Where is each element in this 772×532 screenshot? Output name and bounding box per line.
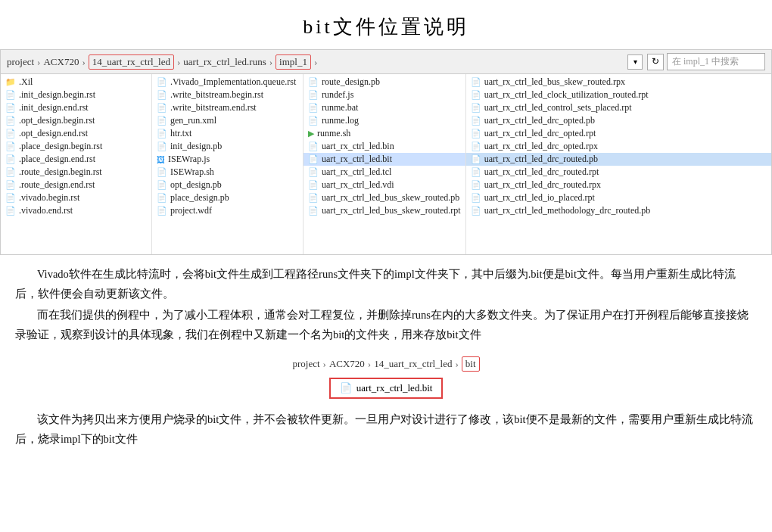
list-item[interactable]: 📄 uart_rx_ctrl_led_io_placed.rpt [466, 191, 771, 204]
search-box[interactable]: 在 impl_1 中搜索 [667, 53, 765, 70]
bit-file-box[interactable]: 📄 uart_rx_ctrl_led.bit [329, 378, 444, 399]
doc-icon: 📄 [471, 77, 481, 87]
file-name: runme.log [322, 115, 359, 126]
list-item[interactable]: 📄 htr.txt [152, 127, 303, 140]
list-item[interactable]: 📄 .Vivado_Implementation.queue.rst [152, 76, 303, 89]
list-item-bit-selected[interactable]: 📄 uart_rx_ctrl_led.bit [304, 153, 465, 166]
list-item[interactable]: 📄 uart_rx_ctrl_led_bus_skew_routed.rpx [466, 76, 771, 89]
list-item[interactable]: 📄 .write_bitstream.begin.rst [152, 89, 303, 101]
list-item[interactable]: 📄 .vivado.end.rst [1, 204, 151, 217]
file-name: uart_rx_ctrl_led_drc_opted.pb [484, 115, 595, 126]
file-column-3: 📄 route_design.pb 📄 rundef.js 📄 runme.ba… [304, 74, 466, 254]
doc-icon: 📄 [157, 90, 167, 100]
file-name: uart_rx_ctrl_led_drc_routed.rpt [484, 166, 599, 178]
list-item[interactable]: ▶ runme.sh [304, 127, 465, 140]
list-item[interactable]: 📄 uart_rx_ctrl_led.vdi [304, 179, 465, 191]
list-item[interactable]: 🖼 ISEWrap.js [152, 153, 303, 166]
file-name: .init_design.begin.rst [19, 89, 95, 101]
list-item[interactable]: 📄 .init_design.begin.rst [1, 89, 151, 101]
file-name: uart_rx_ctrl_led_bus_skew_routed.pb [322, 192, 459, 204]
list-item[interactable]: 📄 route_design.pb [304, 76, 465, 89]
list-item[interactable]: 📄 .vivado.begin.rst [1, 191, 151, 204]
list-item[interactable]: 📄 ISEWrap.sh [152, 166, 303, 179]
list-item[interactable]: 📄 .place_design.end.rst [1, 153, 151, 166]
doc-icon: 📄 [5, 103, 16, 113]
file-name: uart_rx_ctrl_led.bit [322, 154, 392, 165]
file-name: uart_rx_ctrl_led.bin [322, 141, 394, 152]
doc-icon: 📄 [308, 103, 319, 113]
list-item-drc-routed[interactable]: 📄 uart_rx_ctrl_led_drc_routed.pb [466, 153, 771, 166]
list-item[interactable]: 📄 project.wdf [152, 204, 303, 217]
file-name: .Vivado_Implementation.queue.rst [170, 76, 296, 88]
list-item[interactable]: 📄 init_design.pb [152, 140, 303, 153]
doc-icon: 📄 [157, 77, 167, 87]
file-name: uart_rx_ctrl_led.tcl [322, 166, 391, 178]
file-name: .opt_design.begin.rst [19, 115, 95, 126]
file-name: uart_rx_ctrl_led_bus_skew_routed.rpx [484, 76, 625, 88]
breadcrumb-impl1[interactable]: impl_1 [275, 54, 311, 70]
list-item[interactable]: 📄 opt_design.pb [152, 179, 303, 191]
list-item[interactable]: 📄 uart_rx_ctrl_led_bus_skew_routed.rpt [304, 204, 465, 217]
list-item[interactable]: 📄 uart_rx_ctrl_led.tcl [304, 166, 465, 179]
doc-icon: 📄 [5, 154, 16, 164]
list-item[interactable]: 📄 uart_rx_ctrl_led_control_sets_placed.r… [466, 101, 771, 114]
list-item[interactable]: 📄 uart_rx_ctrl_led_drc_routed.rpt [466, 166, 771, 179]
list-item[interactable]: 📄 .write_bitstream.end.rst [152, 101, 303, 114]
doc-icon: 📄 [157, 167, 167, 177]
page-title: bit文件位置说明 [0, 0, 772, 49]
breadcrumb-sep-4: › [269, 56, 272, 68]
breadcrumb-sep-3: › [177, 56, 180, 68]
bit-file-container: 📄 uart_rx_ctrl_led.bit [0, 378, 772, 399]
list-item[interactable]: 📄 .route_design.begin.rst [1, 166, 151, 179]
file-name: uart_rx_ctrl_led_control_sets_placed.rpt [484, 102, 632, 114]
list-item[interactable]: 📄 place_design.pb [152, 191, 303, 204]
file-name: init_design.pb [170, 141, 222, 152]
list-item[interactable]: 📄 .place_design.begin.rst [1, 140, 151, 153]
doc-icon: 📄 [157, 129, 167, 138]
file-name: uart_rx_ctrl_led_methodology_drc_routed.… [484, 205, 651, 216]
list-item[interactable]: 📄 uart_rx_ctrl_led_methodology_drc_route… [466, 204, 771, 217]
breadcrumb-project[interactable]: project [7, 56, 34, 68]
breadcrumb-runs[interactable]: uart_rx_ctrl_led.runs [183, 56, 266, 68]
doc-icon: 📄 [471, 180, 481, 190]
list-item[interactable]: 📄 .route_design.end.rst [1, 179, 151, 191]
list-item[interactable]: 📄 uart_rx_ctrl_led_clock_utilization_rou… [466, 89, 771, 101]
path-uart: 14_uart_rx_ctrl_led [374, 358, 452, 370]
list-item[interactable]: 📄 rundef.js [304, 89, 465, 101]
list-item[interactable]: 📄 uart_rx_ctrl_led_drc_routed.rpx [466, 179, 771, 191]
breadcrumb-acx720[interactable]: ACX720 [43, 56, 79, 68]
list-item[interactable]: 📄 uart_rx_ctrl_led_drc_opted.rpt [466, 127, 771, 140]
file-name: runme.sh [317, 128, 350, 139]
list-item[interactable]: 📄 runme.log [304, 114, 465, 127]
doc-icon: 📄 [5, 90, 16, 100]
file-name: route_design.pb [322, 76, 380, 88]
refresh-button[interactable]: ↻ [647, 54, 664, 70]
breadcrumb-dropdown[interactable]: ▾ [627, 54, 643, 70]
list-item[interactable]: 📄 .opt_design.end.rst [1, 127, 151, 140]
file-name: uart_rx_ctrl_led_drc_routed.rpx [484, 179, 601, 191]
list-item[interactable]: 📄 gen_run.xml [152, 114, 303, 127]
doc-icon: 📄 [5, 116, 16, 126]
explorer-bar: project › ACX720 › 14_uart_rx_ctrl_led ›… [0, 49, 772, 73]
file-column-2: 📄 .Vivado_Implementation.queue.rst 📄 .wr… [152, 74, 304, 254]
doc-icon: 📄 [308, 206, 319, 216]
file-name: .init_design.end.rst [19, 102, 89, 114]
file-name: .vivado.end.rst [19, 205, 73, 216]
list-item[interactable]: 📄 uart_rx_ctrl_led_bus_skew_routed.pb [304, 191, 465, 204]
doc-icon: 📄 [5, 180, 16, 190]
breadcrumb-uart[interactable]: 14_uart_rx_ctrl_led [89, 54, 174, 70]
list-item[interactable]: 📄 .init_design.end.rst [1, 101, 151, 114]
list-item[interactable]: 📄 runme.bat [304, 101, 465, 114]
file-name: uart_rx_ctrl_led_bus_skew_routed.rpt [322, 205, 461, 216]
doc-icon: 📄 [471, 167, 481, 177]
list-item[interactable]: 📄 uart_rx_ctrl_led.bin [304, 140, 465, 153]
file-name: .opt_design.end.rst [19, 128, 88, 139]
list-item[interactable]: 📄 uart_rx_ctrl_led_drc_opted.rpx [466, 140, 771, 153]
file-name: opt_design.pb [170, 179, 222, 191]
list-item[interactable]: 📄 .opt_design.begin.rst [1, 114, 151, 127]
list-item[interactable]: 📄 uart_rx_ctrl_led_drc_opted.pb [466, 114, 771, 127]
list-item[interactable]: 📁 .Xil [1, 76, 151, 89]
file-name: uart_rx_ctrl_led_drc_routed.pb [484, 154, 598, 165]
bit-file-label: uart_rx_ctrl_led.bit [356, 382, 433, 394]
file-name: ISEWrap.js [168, 154, 210, 165]
